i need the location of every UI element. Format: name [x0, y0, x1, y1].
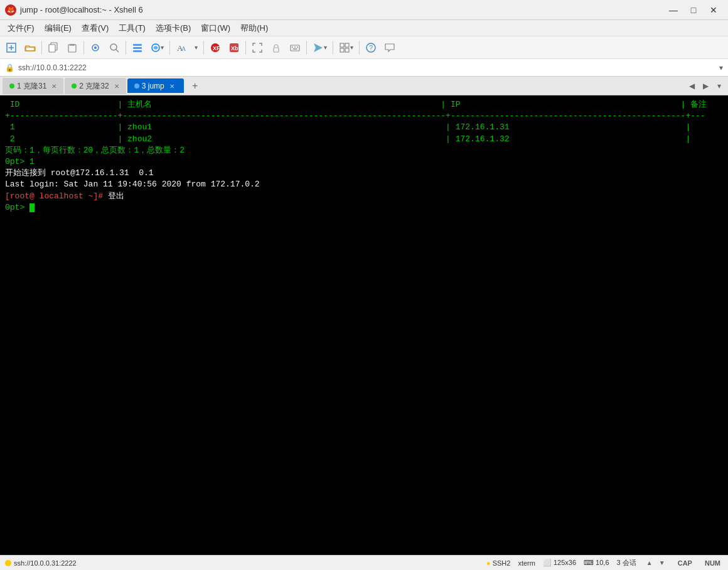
terminal-header-row: ID | 主机名 | IP | 备注 [5, 99, 723, 110]
xftp-button[interactable]: XF [206, 39, 224, 56]
tab-jump[interactable]: 3 jump ✕ [127, 78, 184, 93]
status-position: ⌨ 10,6 [584, 559, 609, 567]
tab-dot-1 [9, 83, 14, 89]
address-lock-icon: 🔒 [5, 63, 14, 72]
properties-button[interactable] [87, 39, 104, 56]
terminal-prompt1: 0pt> 1 [5, 156, 723, 168]
toolbar-sep-8 [333, 41, 333, 55]
svg-rect-30 [340, 48, 344, 52]
status-bar-right: ● SSH2 xterm ⬜ 125x36 ⌨ 10,6 3 会话 ▲ ▼ CA… [486, 557, 723, 569]
tab-bar: 1 克隆31 ✕ 2 克隆32 ✕ 3 jump ✕ + ◀ ▶ ▾ [0, 77, 728, 95]
tab-next-button[interactable]: ▶ [699, 80, 712, 92]
tab-close-1[interactable]: ✕ [51, 83, 56, 90]
toolbar-sep-9 [359, 41, 360, 55]
svg-line-11 [116, 50, 119, 52]
svg-rect-31 [345, 48, 349, 52]
toolbar-sep-3 [126, 41, 126, 55]
terminal-prompt2: 0pt> [5, 202, 723, 213]
menu-help[interactable]: 帮助(H) [235, 21, 273, 35]
fullscreen-button[interactable] [249, 39, 266, 56]
lock-button[interactable] [267, 39, 285, 56]
terminal-separator: +----------------------+----------------… [5, 110, 723, 122]
keyboard-button[interactable] [286, 39, 304, 56]
new-session-button[interactable] [3, 39, 20, 56]
send-dropdown[interactable]: ▾ [309, 40, 330, 55]
tab-label-2: 2 克隆32 [79, 81, 109, 92]
menu-bar: 文件(F) 编辑(E) 查看(V) 工具(T) 选项卡(B) 窗口(W) 帮助(… [0, 20, 728, 36]
svg-rect-3 [25, 47, 35, 51]
status-bar-left: ssh://10.0.0.31:2222 [5, 559, 77, 567]
svg-point-9 [94, 46, 97, 49]
svg-text:Xb: Xb [231, 45, 238, 51]
menu-file[interactable]: 文件(F) [3, 21, 40, 35]
status-url: ssh://10.0.0.31:2222 [14, 559, 77, 567]
tab-close-3[interactable]: ✕ [169, 83, 174, 90]
terminal-logged-prompt: [root@ localhost ~]# 登出 [5, 191, 723, 202]
svg-rect-14 [133, 50, 142, 52]
search-button[interactable] [105, 39, 123, 56]
svg-text:A: A [181, 45, 186, 52]
copy-button[interactable] [45, 39, 62, 56]
svg-rect-22 [274, 48, 279, 52]
title-bar: 🦊 jump - root@localhost:~ - Xshell 6 — □… [0, 0, 728, 20]
tab-klone32[interactable]: 2 克隆32 ✕ [65, 78, 126, 94]
menu-view[interactable]: 查看(V) [77, 21, 114, 35]
layout-dropdown[interactable]: ▾ [336, 40, 356, 55]
svg-rect-29 [345, 43, 349, 47]
address-bar: 🔒 ssh://10.0.0.31:2222 ▾ [0, 59, 728, 77]
svg-rect-23 [291, 45, 299, 51]
tab-navigation: ◀ ▶ ▾ [685, 80, 725, 92]
address-url[interactable]: ssh://10.0.0.31:2222 [18, 63, 715, 72]
menu-tools[interactable]: 工具(T) [114, 21, 151, 35]
menu-tabs[interactable]: 选项卡(B) [151, 21, 196, 35]
paste-button[interactable] [63, 39, 81, 56]
status-ssh: ● SSH2 [486, 559, 510, 567]
status-terminal-type: xterm [518, 559, 535, 567]
address-dropdown-icon[interactable]: ▾ [719, 63, 723, 72]
terminal-cursor [29, 203, 35, 212]
help-button[interactable]: ? [362, 39, 380, 56]
terminal-pagination: 页码：1，每页行数：20，总页数：1，总数量：2 [5, 145, 723, 156]
window-controls: — □ ✕ [664, 1, 723, 19]
menu-edit[interactable]: 编辑(E) [40, 21, 77, 35]
app-icon: 🦊 [5, 4, 16, 16]
scroll-down-button[interactable]: ▼ [656, 557, 668, 569]
tab-dot-2 [72, 83, 77, 89]
close-button[interactable]: ✕ [704, 1, 723, 19]
font-button[interactable]: AA [173, 39, 190, 56]
tab-dot-3 [134, 83, 139, 89]
terminal-row-2: 2 | zhou2 | 172.16.1.32 | [5, 134, 723, 145]
tab-label-1: 1 克隆31 [17, 81, 46, 92]
tab-prev-button[interactable]: ◀ [685, 80, 698, 92]
menu-window[interactable]: 窗口(W) [196, 21, 235, 35]
maximize-button[interactable]: □ [684, 1, 703, 19]
toolbar: ▾ AA ▾ XF Xb ▾ ▾ ? [0, 36, 728, 59]
num-indicator: NUM [702, 559, 723, 567]
terminal-area[interactable]: ID | 主机名 | IP | 备注 +--------------------… [0, 95, 728, 555]
toolbar-sep-2 [83, 41, 84, 55]
tab-menu-button[interactable]: ▾ [713, 80, 725, 92]
svg-rect-5 [49, 45, 55, 52]
tab-klone31[interactable]: 1 克隆31 ✕ [3, 78, 63, 94]
status-scroll-buttons: ▲ ▼ [644, 557, 668, 569]
open-button[interactable] [21, 39, 39, 56]
session-manager-button[interactable] [129, 39, 146, 56]
chat-button[interactable] [381, 39, 399, 56]
terminal-row-1: 1 | zhou1 | 172.16.1.31 | [5, 122, 723, 133]
svg-rect-13 [133, 47, 142, 49]
status-sessions: 3 会话 [617, 558, 636, 567]
status-dimensions: ⬜ 125x36 [543, 559, 576, 567]
connect-dropdown[interactable]: ▾ [147, 41, 167, 55]
toolbar-sep-1 [41, 41, 42, 55]
new-tab-button[interactable]: + [188, 78, 203, 94]
svg-text:?: ? [369, 44, 373, 51]
tab-close-2[interactable]: ✕ [114, 83, 119, 90]
svg-point-10 [110, 44, 117, 50]
minimize-button[interactable]: — [664, 1, 683, 19]
toolbar-sep-7 [306, 41, 307, 55]
scroll-up-button[interactable]: ▲ [644, 557, 655, 569]
font-dropdown[interactable]: ▾ [191, 42, 201, 53]
toolbar-sep-4 [169, 41, 170, 55]
xftp2-button[interactable]: Xb [225, 39, 243, 56]
toolbar-sep-6 [245, 41, 246, 55]
